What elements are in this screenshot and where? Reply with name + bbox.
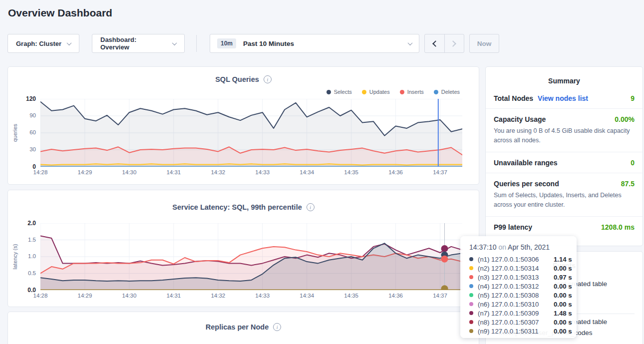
x-tick-label: 14:32 [207, 169, 229, 175]
time-range-badge: 10m [217, 38, 236, 48]
legend-item-Deletes[interactable]: Deletes [434, 89, 460, 95]
latency-chart[interactable] [40, 223, 462, 290]
tooltip-node-value: 0.00 s [554, 283, 572, 290]
chevron-down-icon [67, 40, 72, 45]
summary-item-unavailable-ranges: Unavailable ranges 0 [486, 152, 643, 173]
chart-svg [40, 223, 462, 290]
x-tick-label: 14:32 [207, 293, 229, 299]
summary-item-value: 87.5 [621, 180, 635, 188]
chart-area: queries 0306090120 14:2814:2914:3014:311… [8, 99, 463, 177]
tooltip-node-value: 0.00 s [554, 265, 572, 272]
legend-label: Deletes [441, 89, 460, 95]
summary-item-capacity: Capacity Usage 0.00% You are using 0 B o… [486, 109, 643, 152]
tooltip-row: (n9) 127.0.0.1:503110.00 s [469, 327, 577, 336]
now-button-label: Now [477, 40, 492, 47]
page-title: Overview Dashboard [8, 7, 112, 19]
dashboard-dropdown-label: Dashboard: Overview [100, 36, 167, 51]
y-axis-ticks: 0306090120 [8, 99, 36, 167]
summary-item-total-nodes: Total Nodes View nodes list 9 [486, 88, 643, 109]
hover-point-dot [441, 256, 448, 263]
x-tick-label: 14:35 [340, 169, 362, 175]
x-tick-label: 14:37 [429, 169, 451, 175]
x-tick-label: 14:29 [74, 293, 96, 299]
legend-dot-icon [326, 90, 331, 94]
tooltip-row: (n7) 127.0.0.1:503091.48 s [469, 309, 577, 318]
summary-item-label: Total Nodes [494, 94, 533, 102]
tooltip-node-label: (n5) 127.0.0.1:50308 [478, 292, 554, 299]
y-tick-label: 2.0 [8, 220, 36, 227]
sql-queries-panel: SQL Queries i SelectsUpdatesInsertsDelet… [7, 66, 479, 185]
x-tick-label: 14:31 [163, 169, 185, 175]
info-icon[interactable]: i [264, 75, 272, 83]
time-range-select[interactable]: 10m Past 10 Minutes [210, 34, 419, 53]
chart-area: latency (s) 0.00.51.01.52.0 14:2814:2914… [8, 223, 463, 301]
time-back-button[interactable] [425, 34, 444, 52]
toolbar-divider [196, 35, 197, 52]
tooltip-date: Apr 5th, 2021 [508, 243, 550, 251]
tooltip-node-value: 0.00 s [554, 319, 572, 326]
summary-item-qps: Queries per second 87.5 Sum of Selects, … [486, 173, 643, 217]
tooltip-row: (n8) 127.0.0.1:503070.00 s [469, 318, 577, 327]
time-forward-button[interactable] [444, 34, 464, 52]
series-color-dot-icon [469, 266, 473, 270]
graph-dropdown[interactable]: Graph: Cluster [7, 34, 79, 53]
chart-title: SQL Queries [215, 75, 259, 83]
y-tick-label: 120 [8, 95, 36, 102]
now-button[interactable]: Now [469, 34, 499, 53]
graph-dropdown-label: Graph: Cluster [16, 40, 61, 47]
chart-hover-tooltip: 14:37:10 on Apr 5th, 2021 (n1) 127.0.0.1… [460, 236, 577, 338]
summary-item-description: Sum of Selects, Updates, Inserts, and De… [494, 191, 635, 210]
summary-item-label: Queries per second [494, 180, 559, 188]
sql-queries-chart[interactable] [40, 99, 462, 167]
series-color-dot-icon [469, 284, 473, 288]
x-tick-label: 14:30 [118, 169, 140, 175]
x-axis-ticks: 14:2814:2914:3014:3114:3214:3314:3414:35… [40, 293, 462, 301]
tooltip-node-value: 1.48 s [554, 310, 572, 317]
series-color-dot-icon [469, 275, 473, 279]
info-icon[interactable]: i [307, 203, 315, 211]
tooltip-node-label: (n3) 127.0.0.1:50313 [478, 274, 554, 281]
time-range-label: Past 10 Minutes [243, 40, 294, 47]
series-color-dot-icon [469, 257, 473, 261]
x-tick-label: 14:36 [385, 293, 407, 299]
tooltip-node-label: (n8) 127.0.0.1:50307 [478, 319, 554, 326]
tooltip-on: on [498, 243, 506, 251]
chart-title: Service Latency: SQL, 99th percentile [172, 203, 302, 211]
tooltip-timestamp: 14:37:10 on Apr 5th, 2021 [469, 243, 577, 251]
summary-item-value: 1208.0 ms [601, 223, 635, 231]
chart-title-row: Replicas per Node i [8, 323, 479, 331]
y-tick-label: 30 [8, 146, 36, 152]
tooltip-node-label: (n9) 127.0.0.1:50311 [478, 328, 554, 335]
x-tick-label: 14:29 [74, 169, 96, 175]
legend-item-Updates[interactable]: Updates [362, 89, 390, 95]
x-tick-label: 14:28 [29, 293, 51, 299]
chart-title: Replicas per Node [206, 323, 269, 331]
y-tick-label: 60 [8, 129, 36, 135]
tooltip-row: (n5) 127.0.0.1:503080.00 s [469, 291, 577, 300]
x-tick-label: 14:34 [296, 169, 318, 175]
summary-title: Summary [486, 67, 643, 88]
chevron-left-icon [432, 40, 439, 47]
x-tick-label: 14:28 [29, 169, 51, 175]
x-axis-ticks: 14:2814:2914:3014:3114:3214:3314:3414:35… [40, 169, 462, 177]
legend-item-Selects[interactable]: Selects [326, 89, 352, 95]
time-step-buttons [424, 34, 464, 53]
tooltip-row: (n6) 127.0.0.1:503100.00 s [469, 300, 577, 309]
legend-item-Inserts[interactable]: Inserts [400, 89, 424, 95]
hover-point-dot [441, 245, 448, 252]
tooltip-row: (n2) 127.0.0.1:503140.00 s [469, 264, 577, 273]
chart-legend: SelectsUpdatesInsertsDeletes [326, 89, 460, 95]
latency-panel: Service Latency: SQL, 99th percentile i … [7, 190, 479, 307]
dashboard-dropdown[interactable]: Dashboard: Overview [92, 34, 185, 53]
summary-item-label: Capacity Usage [494, 115, 546, 123]
chevron-down-icon [172, 40, 177, 45]
chevron-down-icon [408, 40, 413, 45]
summary-item-value: 0 [631, 159, 635, 167]
chart-svg [40, 99, 462, 167]
chevron-right-icon [450, 40, 457, 47]
view-nodes-list-link[interactable]: View nodes list [538, 94, 588, 102]
replicas-panel: Replicas per Node i [7, 312, 479, 344]
tooltip-node-label: (n6) 127.0.0.1:50310 [478, 301, 554, 308]
info-icon[interactable]: i [273, 323, 281, 331]
chart-title-row: SQL Queries i [8, 75, 479, 83]
